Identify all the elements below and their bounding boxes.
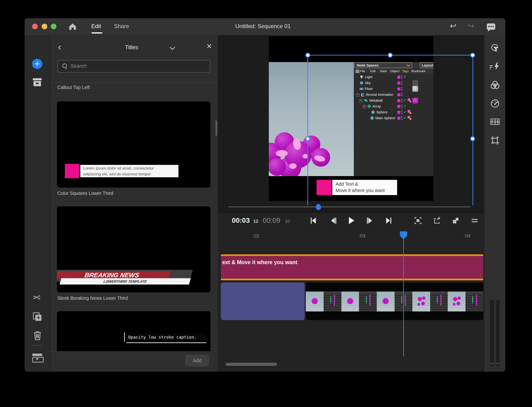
video-clip[interactable] bbox=[306, 282, 483, 320]
floor-thumbnail bbox=[412, 86, 418, 92]
redo-button[interactable]: ↪ bbox=[468, 21, 474, 31]
array-icon bbox=[368, 104, 371, 108]
template-label-sleek-breaking: Sleek Breaking News Lower Third bbox=[57, 296, 128, 301]
fullscreen-button[interactable] bbox=[414, 216, 422, 225]
panel-title: Titles bbox=[125, 44, 138, 51]
play-button[interactable] bbox=[347, 216, 355, 225]
traffic-light-zoom[interactable] bbox=[51, 24, 56, 29]
step-forward-button[interactable] bbox=[366, 216, 374, 225]
audio-meter-right bbox=[496, 300, 500, 367]
speed-tool-icon[interactable] bbox=[490, 98, 500, 109]
project-media-icon[interactable] bbox=[33, 78, 42, 87]
skip-to-start-button[interactable] bbox=[309, 216, 318, 225]
overlay-text-box[interactable]: Add Text & Move it where you want bbox=[332, 180, 397, 195]
template-card-opacity-caption[interactable]: Opacity low stroke caption. bbox=[57, 311, 211, 351]
right-toolbar bbox=[484, 35, 505, 372]
window-title: Untitled: Sequence 01 bbox=[235, 23, 290, 30]
split-clip-icon[interactable]: ✂ bbox=[32, 292, 40, 303]
traffic-light-minimize[interactable] bbox=[42, 24, 47, 29]
overlay-pink-square[interactable] bbox=[317, 180, 332, 195]
search-field[interactable] bbox=[58, 60, 210, 73]
clip-filmstrip bbox=[306, 291, 483, 312]
ruler-tick-02: :02 bbox=[253, 233, 259, 239]
playback-menu-button[interactable] bbox=[470, 216, 479, 225]
template-card-breaking-news[interactable]: BREAKING NEWS LOWERTHIRD TEMPLATE bbox=[57, 206, 211, 292]
playhead-handle[interactable] bbox=[400, 231, 407, 239]
mono-caption: Opacity low stroke caption. bbox=[126, 334, 206, 341]
layouts-button: Layouts bbox=[420, 62, 433, 68]
caption-box: Lorem ipsum dolor sit amet, consectetur … bbox=[80, 165, 179, 177]
back-icon[interactable]: ‹ bbox=[58, 42, 61, 52]
ruler-tick-04: :04 bbox=[464, 233, 471, 239]
sphere-icon bbox=[370, 116, 374, 120]
selection-handle-mid-left[interactable] bbox=[305, 136, 310, 141]
search-input[interactable] bbox=[70, 61, 202, 71]
undo-button[interactable]: ↩ bbox=[450, 21, 457, 31]
tab-edit[interactable]: Edit bbox=[91, 23, 101, 30]
program-monitor[interactable]: Node Spaces Layouts File Edit View Objec… bbox=[269, 36, 433, 201]
add-button[interactable]: Add bbox=[185, 354, 209, 367]
template-label-color-squares: Color Squares Lower Third bbox=[57, 191, 113, 196]
template-card-color-squares[interactable]: Lorem ipsum dolor sit amet, consectetur … bbox=[57, 102, 211, 188]
titles-tool-icon[interactable] bbox=[490, 43, 500, 53]
template-label-callout: Callout Top Left bbox=[57, 85, 90, 90]
banner-red: BREAKING NEWS bbox=[57, 271, 171, 279]
chevron-down-icon[interactable] bbox=[170, 45, 175, 50]
current-frames: 12 bbox=[253, 219, 258, 224]
tab-share[interactable]: Share bbox=[114, 23, 129, 30]
audio-meter-left bbox=[490, 300, 494, 367]
title-clip[interactable]: ext & Move it where you want bbox=[221, 254, 483, 280]
node-spaces-dropdown: Node Spaces bbox=[354, 62, 412, 68]
selection-handle-mid-right[interactable] bbox=[470, 136, 475, 141]
selection-handle-top-center[interactable] bbox=[388, 53, 393, 58]
c4d-menubar: File Edit View Object Tags Bookmark bbox=[354, 68, 433, 74]
expand-tracks-icon[interactable] bbox=[32, 354, 42, 361]
c4d-object-tree: Light ✓ Sky Floor bbox=[354, 74, 433, 123]
sky-thumbnail bbox=[412, 80, 418, 86]
toolbar-divider bbox=[32, 345, 43, 346]
add-media-button[interactable]: + bbox=[32, 59, 42, 69]
current-timecode: 00:03 bbox=[232, 216, 250, 224]
home-icon[interactable] bbox=[68, 22, 77, 31]
delete-icon[interactable] bbox=[33, 331, 42, 340]
app-window: Edit Share Untitled: Sequence 01 ↩ ↪ + ✂… bbox=[24, 18, 505, 372]
selection-right-edge[interactable] bbox=[472, 55, 473, 205]
feedback-icon[interactable] bbox=[487, 23, 495, 30]
step-back-button[interactable] bbox=[329, 216, 338, 225]
playhead-line[interactable] bbox=[403, 239, 404, 356]
duration-timecode: 00:09 bbox=[263, 216, 280, 224]
metaball-icon bbox=[364, 99, 368, 102]
preview-scrubber[interactable] bbox=[228, 207, 471, 207]
selection-handle-top-right[interactable] bbox=[470, 53, 475, 58]
clip-quality-button[interactable] bbox=[452, 216, 460, 225]
pink-square bbox=[65, 164, 79, 178]
traffic-light-close[interactable] bbox=[32, 24, 38, 29]
left-toolbar: + ✂ + bbox=[24, 35, 51, 372]
ruler-tick-03: :03 bbox=[359, 233, 365, 239]
scrubber-thumb[interactable] bbox=[316, 204, 321, 210]
panel-scrollbar[interactable] bbox=[215, 120, 217, 136]
c4d-panel: Node Spaces Layouts File Edit View Objec… bbox=[354, 62, 433, 176]
light-icon bbox=[360, 75, 363, 79]
loop-playback-button[interactable] bbox=[433, 216, 441, 225]
search-icon bbox=[62, 63, 67, 68]
skip-to-end-button[interactable] bbox=[384, 216, 393, 225]
panel-divider bbox=[51, 82, 218, 83]
timeline-scrollbar[interactable] bbox=[226, 363, 277, 366]
tab-edit-underline bbox=[92, 32, 102, 33]
audio-tool-icon[interactable] bbox=[490, 117, 500, 127]
top-bar: Edit Share Untitled: Sequence 01 ↩ ↪ bbox=[24, 18, 505, 35]
close-icon[interactable]: × bbox=[206, 41, 212, 51]
selection-handle-top-left[interactable] bbox=[305, 53, 310, 58]
selection-left-edge[interactable] bbox=[307, 55, 308, 205]
menu-icon bbox=[355, 70, 360, 73]
sphere-icon bbox=[371, 110, 375, 114]
metaball-thumbnail bbox=[412, 98, 418, 103]
intro-clip[interactable] bbox=[221, 282, 305, 320]
panel-footer: Add bbox=[51, 351, 218, 372]
duplicate-icon[interactable]: + bbox=[33, 312, 41, 321]
effects-tool-icon[interactable] bbox=[490, 61, 500, 71]
crop-transform-tool-icon[interactable] bbox=[490, 135, 500, 146]
color-tool-icon[interactable] bbox=[490, 80, 500, 90]
duration-frames: 10 bbox=[285, 219, 290, 224]
